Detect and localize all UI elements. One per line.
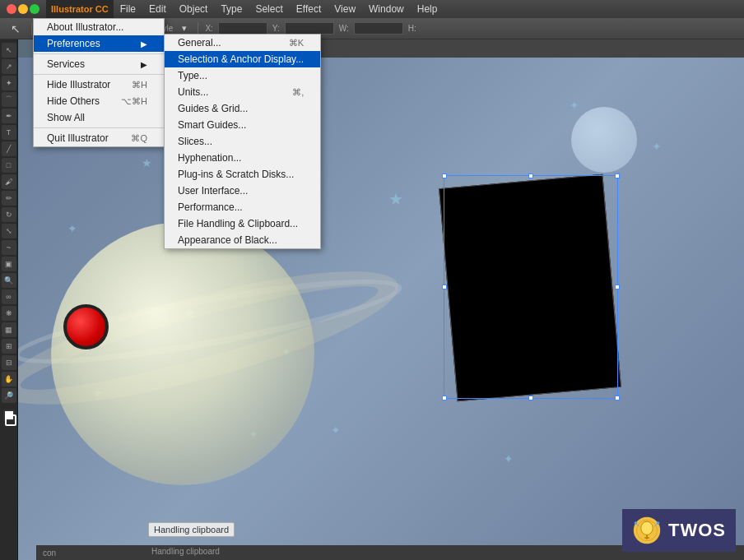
menu-item-select[interactable]: Select — [249, 0, 289, 18]
red-orb — [63, 304, 109, 349]
menu-bar: Illustrator CC File Edit Object Type Sel… — [0, 0, 744, 18]
tool-pencil[interactable]: ✏ — [2, 191, 16, 206]
menu-preferences[interactable]: Preferences ▶ General... ⌘K Selection & … — [34, 35, 164, 52]
handle-mr[interactable] — [615, 285, 620, 289]
tool-rect[interactable]: □ — [2, 158, 16, 173]
handle-ml[interactable] — [442, 285, 447, 289]
tool-symbol[interactable]: ❋ — [2, 306, 16, 321]
handle-br[interactable] — [615, 396, 620, 400]
window-controls — [0, 0, 46, 18]
handle-bm[interactable] — [528, 396, 533, 400]
star-8: ✦ — [570, 99, 579, 112]
tool-hand[interactable]: ✋ — [2, 372, 16, 386]
menu-show-all[interactable]: Show All — [34, 109, 164, 126]
star-2: ★ — [142, 156, 152, 169]
toolbar-x-label: X: — [205, 24, 212, 33]
star-5: ★ — [388, 189, 403, 209]
tool-pen[interactable]: ✒ — [2, 109, 16, 123]
tool-zoom[interactable]: 🔎 — [2, 388, 16, 403]
menu-hide-others[interactable]: Hide Others ⌥⌘H — [34, 93, 164, 109]
star-3: ✦ — [67, 222, 77, 235]
toolbar-w-label: W: — [339, 24, 349, 33]
tool-blend[interactable]: ∞ — [2, 289, 16, 304]
svg-point-7 — [635, 521, 638, 525]
pref-file-handling[interactable]: File Handling & Clipboard... — [165, 215, 320, 232]
tool-magic-wand[interactable]: ✦ — [2, 76, 16, 90]
svg-point-8 — [657, 521, 660, 525]
pref-units[interactable]: Units... ⌘, — [165, 84, 320, 100]
planet-small — [571, 107, 637, 173]
menu-item-window[interactable]: Window — [362, 0, 411, 18]
twos-badge: TWOS — [622, 509, 736, 552]
clipboard-text: Handling clipboard — [151, 547, 220, 556]
pref-performance[interactable]: Performance... — [165, 199, 320, 215]
menu-sep-2 — [34, 74, 164, 75]
menu-item-file[interactable]: File — [114, 0, 142, 18]
menu-sep-1 — [34, 53, 164, 54]
menu-item-edit[interactable]: Edit — [142, 0, 173, 18]
twos-logo-icon — [632, 516, 662, 545]
menu-about-illustrator[interactable]: About Illustrator... — [34, 19, 164, 35]
tool-rotate[interactable]: ↻ — [2, 207, 16, 222]
pref-guides-grid[interactable]: Guides & Grid... — [165, 100, 320, 117]
menu-sep-3 — [34, 127, 164, 128]
menu-item-object[interactable]: Object — [173, 0, 215, 18]
pref-hyphenation[interactable]: Hyphenation... — [165, 150, 320, 166]
handle-tl[interactable] — [442, 174, 447, 178]
tool-eyedropper[interactable]: 🔍 — [2, 273, 16, 288]
toolbar-w-input[interactable]: 816.573 pt — [354, 22, 403, 35]
tool-lasso[interactable]: ⌒ — [2, 92, 16, 107]
pref-user-interface[interactable]: User Interface... — [165, 183, 320, 199]
star-12: ✦ — [504, 452, 514, 465]
illustrator-menu: About Illustrator... Preferences ▶ Gener… — [33, 18, 165, 147]
toolbar-select-tool[interactable]: ↖ — [7, 21, 25, 37]
twos-text: TWOS — [668, 520, 726, 541]
tool-scale[interactable]: ⤡ — [2, 224, 16, 238]
handle-tm[interactable] — [528, 174, 533, 178]
pref-slices[interactable]: Slices... — [165, 133, 320, 150]
tools-panel: ↖ ↗ ✦ ⌒ ✒ T ╱ □ 🖌 ✏ ↻ ⤡ ~ ▣ 🔍 ∞ ❋ ▦ ⊞ ⊟ … — [0, 39, 18, 560]
tool-line[interactable]: ╱ — [2, 141, 16, 156]
handle-bl[interactable] — [442, 396, 447, 400]
handle-tr[interactable] — [615, 174, 620, 178]
preferences-submenu: General... ⌘K Selection & Anchor Display… — [164, 34, 321, 249]
tool-type[interactable]: T — [2, 125, 16, 140]
menu-item-help[interactable]: Help — [411, 0, 444, 18]
tool-gradient[interactable]: ▣ — [2, 257, 16, 271]
fullscreen-button[interactable] — [30, 4, 40, 14]
clipboard-tooltip: Handling clipboard — [148, 522, 235, 537]
menu-services[interactable]: Services ▶ — [34, 56, 164, 72]
toolbar-x-input[interactable]: 2611.312 pt — [218, 22, 267, 35]
star-9: ✦ — [652, 140, 662, 153]
menu-bar-items: Illustrator CC File Edit Object Type Sel… — [46, 0, 444, 18]
pref-plugins[interactable]: Plug-ins & Scratch Disks... — [165, 166, 320, 183]
menu-item-view[interactable]: View — [328, 0, 362, 18]
pref-smart-guides[interactable]: Smart Guides... — [165, 117, 320, 133]
tool-stroke[interactable] — [5, 414, 16, 426]
menu-hide-illustrator[interactable]: Hide Illustrator ⌘H — [34, 76, 164, 93]
tool-column-graph[interactable]: ▦ — [2, 322, 16, 337]
close-button[interactable] — [7, 4, 16, 14]
tool-warp[interactable]: ~ — [2, 240, 16, 255]
toolbar-y-label: Y: — [272, 24, 280, 33]
menu-item-illustrator-cc[interactable]: Illustrator CC — [46, 0, 114, 18]
planet-large — [51, 222, 314, 485]
menu-item-effect[interactable]: Effect — [290, 0, 328, 18]
pref-appearance-black[interactable]: Appearance of Black... — [165, 232, 320, 248]
minimize-button[interactable] — [18, 4, 28, 14]
svg-point-2 — [641, 521, 653, 535]
tool-artboard[interactable]: ⊞ — [2, 339, 16, 354]
tool-slice[interactable]: ⊟ — [2, 355, 16, 370]
pref-general[interactable]: General... ⌘K — [165, 35, 320, 51]
status-text: con — [43, 548, 56, 558]
tool-direct-select[interactable]: ↗ — [2, 59, 16, 74]
toolbar-y-input[interactable]: 1038.832 pt — [285, 22, 334, 35]
tool-paintbrush[interactable]: 🖌 — [2, 174, 16, 189]
toolbar-h-label: H: — [408, 24, 416, 33]
menu-quit[interactable]: Quit Illustrator ⌘Q — [34, 130, 164, 146]
tool-select[interactable]: ↖ — [2, 43, 16, 58]
star-13: ✦ — [331, 423, 341, 437]
pref-type[interactable]: Type... — [165, 67, 320, 84]
pref-selection-anchor[interactable]: Selection & Anchor Display... — [165, 51, 320, 67]
menu-item-type[interactable]: Type — [214, 0, 249, 18]
